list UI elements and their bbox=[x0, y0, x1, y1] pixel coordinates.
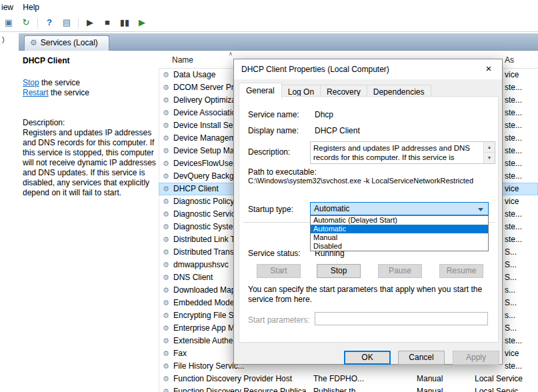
toolbar: ▣↻?▤▶■▮▮▶ bbox=[0, 15, 538, 32]
ok-button[interactable]: OK bbox=[344, 351, 391, 365]
logon-as-fragment: S... bbox=[505, 259, 517, 271]
apply-button[interactable]: Apply bbox=[453, 351, 499, 365]
service-row[interactable]: ⚙Function Discovery Provider HostThe FDP… bbox=[159, 373, 538, 385]
scroll-up-icon[interactable]: ▲ bbox=[483, 142, 495, 153]
tab-band: ⚙Services (Local) bbox=[19, 33, 538, 51]
restart-service-icon[interactable]: ▶ bbox=[134, 16, 150, 29]
service-gear-icon: ⚙ bbox=[163, 259, 169, 271]
start-parameters-label: Start parameters: bbox=[248, 315, 310, 325]
logon-as-fragment: ste... bbox=[505, 208, 522, 221]
service-gear-icon: ⚙ bbox=[163, 145, 169, 157]
service-name: dmwappushsvc bbox=[173, 259, 229, 271]
service-row[interactable]: ⚙Function Discovery Resource Publica...P… bbox=[159, 385, 538, 392]
dialog-description-label: Description: bbox=[248, 147, 290, 157]
service-name: Data Usage bbox=[173, 69, 215, 81]
tab-services-local[interactable]: ⚙Services (Local) bbox=[24, 35, 109, 51]
service-gear-icon: ⚙ bbox=[163, 335, 169, 347]
dialog-description-box[interactable]: Registers and updates IP addresses and D… bbox=[310, 141, 495, 164]
service-name: Diagnostic Servic... bbox=[173, 208, 242, 221]
services-tab-label: Services (Local) bbox=[41, 38, 98, 47]
startup-option[interactable]: Manual bbox=[311, 233, 488, 242]
service-gear-icon: ⚙ bbox=[163, 360, 169, 373]
startup-option[interactable]: Automatic (Delayed Start) bbox=[311, 216, 488, 225]
pause-button: Pause bbox=[378, 264, 422, 278]
service-gear-icon: ⚙ bbox=[163, 195, 169, 208]
service-gear-icon: ⚙ bbox=[163, 322, 169, 335]
dialog-titlebar[interactable]: DHCP Client Properties (Local Computer) … bbox=[234, 59, 502, 79]
service-startup-type-cell: Manual bbox=[417, 373, 443, 385]
stop-service-link[interactable]: Stop bbox=[23, 78, 39, 87]
startup-type-value: Automatic bbox=[314, 204, 349, 213]
service-name: Embedded Mode... bbox=[173, 297, 241, 309]
service-gear-icon: ⚙ bbox=[163, 81, 169, 94]
service-name: Distributed Link T... bbox=[173, 233, 241, 246]
logon-as-fragment: ste... bbox=[505, 119, 522, 132]
service-name: Enterprise App M... bbox=[173, 322, 241, 335]
service-name-value: Dhcp bbox=[315, 110, 333, 119]
service-gear-icon: ⚙ bbox=[163, 284, 169, 297]
service-startup-type-cell: Manual bbox=[417, 385, 443, 392]
logon-as-fragment: ste... bbox=[505, 170, 522, 183]
startup-option[interactable]: Automatic bbox=[311, 225, 488, 233]
selected-service-title: DHCP Client bbox=[23, 56, 69, 65]
sort-ascending-icon: ∧ bbox=[229, 51, 233, 57]
restart-service-link[interactable]: Restart bbox=[23, 88, 49, 97]
menu-view[interactable]: iew bbox=[1, 3, 19, 12]
logon-as-fragment: vice bbox=[505, 195, 519, 208]
service-name: DevQuery Backgr... bbox=[173, 170, 243, 183]
service-description-text: Registers and updates IP addresses and D… bbox=[23, 128, 157, 198]
service-gear-icon: ⚙ bbox=[163, 246, 169, 259]
pause-service-icon[interactable]: ▮▮ bbox=[117, 16, 133, 29]
service-name: Downloaded Map... bbox=[173, 284, 242, 297]
logon-as-fragment: ste... bbox=[505, 157, 522, 170]
service-gear-icon: ⚙ bbox=[163, 170, 169, 183]
service-gear-icon: ⚙ bbox=[163, 157, 169, 170]
menu-help[interactable]: Help bbox=[23, 3, 45, 12]
display-name-value: DHCP Client bbox=[315, 126, 360, 135]
restart-service-rest: the service bbox=[49, 88, 89, 97]
properties-list-icon[interactable]: ▤ bbox=[59, 16, 75, 29]
service-gear-icon: ⚙ bbox=[163, 119, 169, 132]
service-description-cell: The FDPHO... bbox=[313, 373, 364, 385]
service-name: Device Managem... bbox=[173, 132, 242, 145]
scroll-down-icon[interactable]: ▼ bbox=[483, 153, 495, 163]
console-tree-remnant: ) bbox=[2, 35, 5, 43]
stop-service-rest: the service bbox=[39, 78, 80, 87]
startup-option[interactable]: Disabled bbox=[311, 242, 488, 251]
logon-as-fragment: s... bbox=[505, 284, 515, 297]
description-label: Description: bbox=[23, 118, 65, 127]
show-console-tree-icon[interactable]: ▣ bbox=[1, 16, 17, 29]
start-service-icon[interactable]: ▶ bbox=[82, 16, 98, 29]
column-header-logon-as-fragment[interactable]: As bbox=[505, 55, 514, 65]
help-icon[interactable]: ? bbox=[41, 16, 57, 29]
service-gear-icon: ⚙ bbox=[163, 309, 169, 322]
service-name: Fax bbox=[173, 347, 187, 360]
logon-as-fragment: ste... bbox=[505, 233, 522, 246]
logon-as-fragment: ste... bbox=[505, 132, 522, 145]
service-gear-icon: ⚙ bbox=[163, 221, 169, 233]
service-name: Function Discovery Provider Host bbox=[173, 373, 292, 385]
export-list-icon[interactable]: ↻ bbox=[18, 16, 34, 29]
service-gear-icon: ⚙ bbox=[163, 347, 169, 360]
service-gear-icon: ⚙ bbox=[163, 69, 169, 81]
column-header-name[interactable]: Name bbox=[172, 55, 193, 65]
logon-as-fragment: s... bbox=[505, 309, 515, 322]
stop-button[interactable]: Stop bbox=[317, 264, 361, 278]
logon-as-fragment: vice bbox=[505, 183, 519, 195]
service-logon-as-cell: Local Service bbox=[475, 373, 523, 385]
stop-service-icon[interactable]: ■ bbox=[99, 16, 115, 29]
logon-as-fragment: S... bbox=[505, 297, 517, 309]
logon-as-fragment: ste... bbox=[505, 145, 522, 157]
startup-type-dropdown[interactable]: Automatic bbox=[310, 202, 489, 215]
startup-type-label: Startup type: bbox=[248, 205, 293, 214]
logon-as-fragment: vice bbox=[505, 347, 519, 360]
service-gear-icon: ⚙ bbox=[163, 208, 169, 221]
service-name: Device Setup Mar... bbox=[173, 145, 243, 157]
service-gear-icon: ⚙ bbox=[163, 233, 169, 246]
start-parameters-input[interactable] bbox=[315, 312, 488, 325]
cancel-button[interactable]: Cancel bbox=[398, 351, 445, 365]
close-icon[interactable]: × bbox=[475, 59, 502, 79]
service-name: Diagnostic Policy... bbox=[173, 195, 240, 208]
tab-general[interactable]: General bbox=[239, 83, 282, 99]
service-name: DNS Client bbox=[173, 271, 213, 284]
